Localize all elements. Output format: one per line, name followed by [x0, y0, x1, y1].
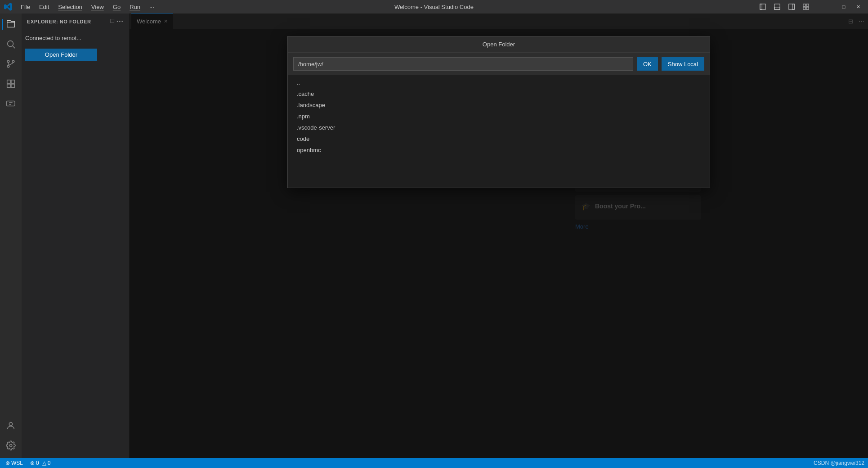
- svg-rect-8: [803, 7, 805, 9]
- list-item[interactable]: ..: [288, 77, 710, 88]
- svg-rect-3: [774, 7, 780, 9]
- maximize-btn[interactable]: □: [837, 2, 850, 11]
- customize-layout-btn[interactable]: [800, 2, 812, 11]
- activity-bar: [0, 14, 22, 458]
- close-btn[interactable]: ✕: [852, 2, 864, 11]
- toggle-right-sidebar-btn[interactable]: [785, 2, 798, 11]
- open-folder-dialog: Open Folder OK Show Local .. .cache .lan…: [287, 36, 710, 188]
- menu-bar: File Edit Selection View Go Run ···: [16, 0, 756, 14]
- svg-rect-16: [11, 80, 14, 83]
- svg-rect-17: [7, 84, 10, 87]
- svg-rect-19: [7, 101, 15, 106]
- list-item[interactable]: .npm: [288, 111, 710, 122]
- settings-icon[interactable]: [2, 436, 20, 454]
- main-layout: EXPLORER: NO FOLDER □ ⋯ Connected to rem…: [0, 14, 868, 458]
- extensions-icon[interactable]: [2, 75, 20, 93]
- sidebar-title: EXPLORER: NO FOLDER: [27, 19, 91, 24]
- svg-rect-2: [774, 4, 780, 9]
- sidebar-header: EXPLORER: NO FOLDER □ ⋯: [22, 14, 129, 29]
- title-bar: File Edit Selection View Go Run ··· Welc…: [0, 0, 868, 14]
- status-bar: ⊗ WSL ⊗ 0 △ 0 CSDN @jiangwei312: [0, 458, 868, 468]
- dialog-overlay: Open Folder OK Show Local .. .cache .lan…: [130, 14, 868, 458]
- svg-point-12: [7, 60, 9, 63]
- svg-rect-1: [760, 4, 765, 9]
- dialog-input-row: OK Show Local: [288, 53, 710, 75]
- svg-rect-9: [806, 7, 809, 9]
- menu-edit[interactable]: Edit: [35, 0, 54, 14]
- vscode-logo: [4, 2, 13, 11]
- sidebar: EXPLORER: NO FOLDER □ ⋯ Connected to rem…: [22, 14, 130, 458]
- wsl-badge[interactable]: ⊗ WSL: [4, 460, 25, 466]
- menu-run[interactable]: Run: [125, 0, 145, 14]
- accounts-icon[interactable]: [2, 417, 20, 435]
- search-icon[interactable]: [2, 35, 20, 53]
- list-item[interactable]: openbmc: [288, 144, 710, 156]
- sidebar-more-icon[interactable]: ⋯: [116, 17, 124, 26]
- toggle-panel-btn[interactable]: [771, 2, 783, 11]
- warning-icon: △: [42, 460, 46, 466]
- svg-rect-7: [806, 4, 809, 6]
- menu-file[interactable]: File: [16, 0, 35, 14]
- svg-rect-6: [803, 4, 805, 6]
- list-item[interactable]: .landscape: [288, 99, 710, 111]
- remote-explorer-icon[interactable]: [2, 94, 20, 112]
- remote-icon: ⊗: [5, 460, 10, 466]
- sidebar-new-file-icon[interactable]: □: [110, 17, 114, 26]
- error-icon: ⊗: [30, 460, 35, 466]
- minimize-btn[interactable]: ─: [823, 2, 836, 11]
- wsl-label: WSL: [11, 460, 23, 466]
- explorer-icon[interactable]: [2, 15, 20, 33]
- toggle-sidebar-btn[interactable]: [756, 2, 769, 11]
- svg-rect-4: [789, 4, 794, 9]
- status-right: CSDN @jiangwei312: [814, 460, 864, 466]
- warnings-count: 0: [48, 460, 51, 466]
- svg-rect-5: [792, 4, 794, 9]
- menu-view[interactable]: View: [87, 0, 108, 14]
- svg-point-10: [8, 41, 13, 47]
- connected-message: Connected to remot...: [25, 33, 125, 45]
- errors-count: 0: [36, 460, 39, 466]
- errors-indicator[interactable]: ⊗ 0 △ 0: [28, 460, 52, 466]
- source-control-icon[interactable]: [2, 55, 20, 73]
- status-left: ⊗ WSL ⊗ 0 △ 0: [4, 460, 52, 466]
- open-folder-button[interactable]: Open Folder: [25, 49, 97, 61]
- editor-area: Welcome ✕ ⊟ ⋯ Recent edk2-beni E:\Gite: [130, 14, 868, 458]
- sidebar-content: Connected to remot... Open Folder: [22, 29, 129, 458]
- svg-rect-15: [7, 80, 10, 83]
- svg-point-21: [9, 444, 12, 447]
- show-local-button[interactable]: Show Local: [662, 57, 704, 71]
- svg-rect-18: [11, 84, 14, 87]
- svg-point-13: [12, 60, 14, 63]
- svg-point-20: [9, 423, 12, 426]
- list-item[interactable]: .cache: [288, 88, 710, 99]
- folder-path-input[interactable]: [293, 57, 633, 71]
- ok-button[interactable]: OK: [637, 57, 658, 71]
- list-item[interactable]: code: [288, 133, 710, 144]
- status-right-text: CSDN @jiangwei312: [814, 460, 864, 466]
- svg-line-11: [13, 46, 15, 48]
- menu-go[interactable]: Go: [108, 0, 125, 14]
- menu-more[interactable]: ···: [145, 0, 159, 14]
- menu-selection[interactable]: Selection: [54, 0, 86, 14]
- dialog-title: Open Folder: [288, 36, 710, 53]
- svg-rect-0: [760, 4, 762, 9]
- activity-bar-bottom: [2, 417, 20, 458]
- list-item[interactable]: .vscode-server: [288, 122, 710, 133]
- window-title: Welcome - Visual Studio Code: [394, 4, 474, 10]
- dialog-file-list: .. .cache .landscape .npm .vscode-server…: [288, 75, 710, 188]
- window-controls: ─ □ ✕: [756, 2, 864, 11]
